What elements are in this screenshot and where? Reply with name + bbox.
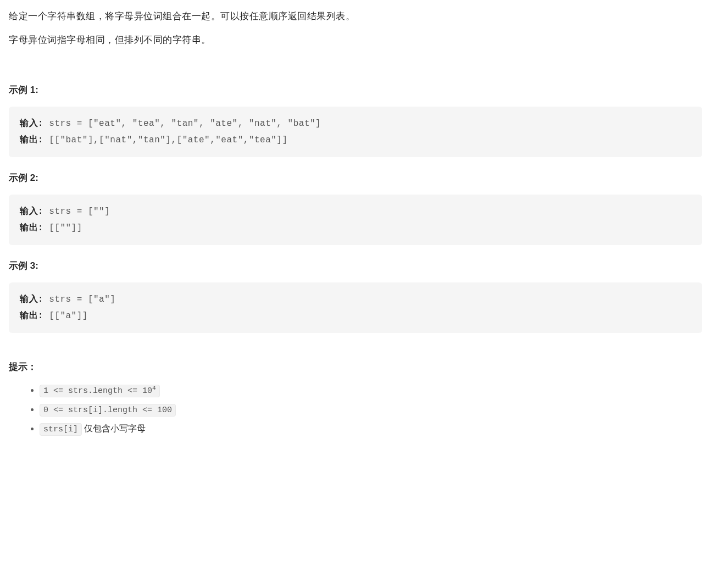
- hint-item: 0 <= strs[i].length <= 100: [40, 402, 702, 417]
- example-2: 示例 2: 输入: strs = [""] 输出: [[""]]: [9, 170, 702, 245]
- output-label: 输出:: [20, 223, 49, 233]
- hints-list: 1 <= strs.length <= 104 0 <= strs[i].len…: [9, 383, 702, 436]
- hint-code: 1 <= strs.length <= 104: [40, 385, 160, 397]
- example-3: 示例 3: 输入: strs = ["a"] 输出: [["a"]]: [9, 258, 702, 333]
- example-code-block: 输入: strs = [""] 输出: [[""]]: [9, 195, 702, 246]
- output-value: [["a"]]: [49, 311, 88, 321]
- example-title: 示例 1:: [9, 82, 702, 97]
- problem-description: 给定一个字符串数组，将字母异位词组合在一起。可以按任意顺序返回结果列表。 字母异…: [9, 9, 702, 47]
- input-label: 输入:: [20, 295, 49, 304]
- hints-title: 提示：: [9, 359, 702, 374]
- example-1: 示例 1: 输入: strs = ["eat", "tea", "tan", "…: [9, 82, 702, 157]
- example-title: 示例 2:: [9, 170, 702, 185]
- input-value: strs = [""]: [49, 207, 110, 217]
- input-value: strs = ["eat", "tea", "tan", "ate", "nat…: [49, 119, 321, 129]
- input-label: 输入:: [20, 119, 49, 129]
- example-code-block: 输入: strs = ["a"] 输出: [["a"]]: [9, 282, 702, 334]
- hint-code: 0 <= strs[i].length <= 100: [40, 404, 176, 417]
- input-value: strs = ["a"]: [49, 295, 115, 304]
- hint-item: 1 <= strs.length <= 104: [40, 383, 702, 398]
- output-value: [["bat"],["nat","tan"],["ate","eat","tea…: [49, 135, 287, 145]
- hint-suffix: 仅包含小写字母: [82, 424, 146, 433]
- hint-item: strs[i] 仅包含小写字母: [40, 421, 702, 436]
- example-code-block: 输入: strs = ["eat", "tea", "tan", "ate", …: [9, 107, 702, 158]
- example-title: 示例 3:: [9, 258, 702, 273]
- output-label: 输出:: [20, 311, 49, 321]
- input-label: 输入:: [20, 207, 49, 217]
- hint-code: strs[i]: [40, 423, 82, 436]
- output-label: 输出:: [20, 135, 49, 145]
- output-value: [[""]]: [49, 223, 82, 233]
- description-paragraph-2: 字母异位词指字母相同，但排列不同的字符串。: [9, 32, 702, 47]
- description-paragraph-1: 给定一个字符串数组，将字母异位词组合在一起。可以按任意顺序返回结果列表。: [9, 9, 702, 24]
